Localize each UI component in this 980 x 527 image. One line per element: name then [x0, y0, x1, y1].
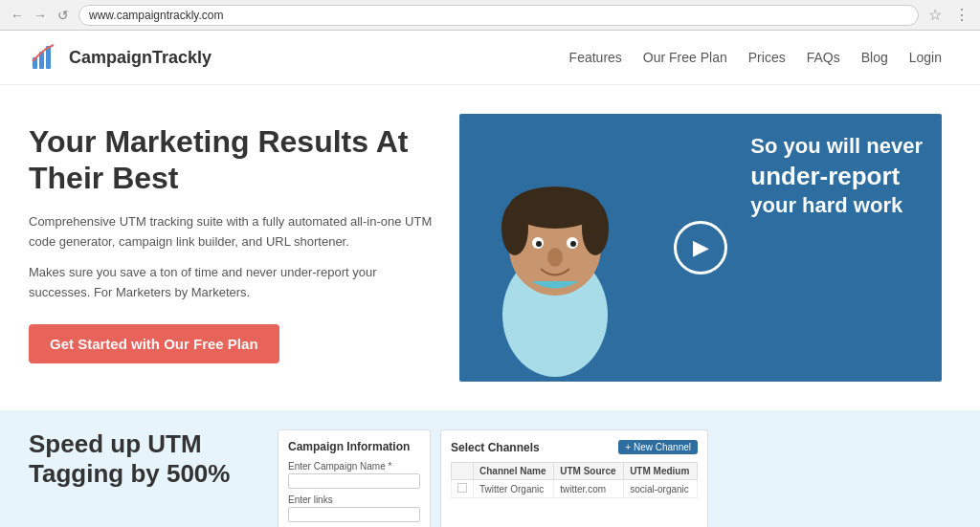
svg-point-7 [501, 202, 528, 255]
refresh-button[interactable]: ↺ [54, 6, 73, 25]
bottom-section: Speed up UTM Tagging by 500% Campaign In… [0, 410, 980, 527]
nav-item-faqs[interactable]: FAQs [807, 49, 840, 66]
hero-left: Your Marketing Results At Their Best Com… [29, 114, 440, 363]
nav-link-free-plan[interactable]: Our Free Plan [643, 50, 727, 65]
nav-link-login[interactable]: Login [909, 50, 942, 65]
channels-header: Select Channels + New Channel [451, 440, 698, 454]
campaign-mockup: Campaign Information Enter Campaign Name… [278, 429, 951, 527]
hero-video[interactable]: So you will never under-report your hard… [459, 114, 942, 382]
nav-link-faqs[interactable]: FAQs [807, 50, 840, 65]
logo[interactable]: CampaignTrackly [29, 40, 212, 75]
logo-icon [29, 40, 63, 75]
logo-text: CampaignTrackly [69, 48, 212, 68]
browser-menu-button[interactable]: ⋮ [951, 5, 972, 26]
play-button[interactable]: ▶ [674, 221, 727, 274]
table-row: Twitter Organic twitter.com social-organ… [452, 480, 698, 498]
svg-point-8 [582, 202, 609, 255]
campaign-form-title: Campaign Information [288, 440, 420, 453]
nav-item-prices[interactable]: Prices [748, 49, 786, 66]
campaign-links-label: Enter links [288, 494, 420, 505]
nav-link-prices[interactable]: Prices [748, 50, 786, 65]
character-illustration [479, 123, 632, 382]
new-channel-button[interactable]: + New Channel [618, 440, 698, 454]
channels-table: Channel Name UTM Source UTM Medium Twitt… [451, 462, 698, 498]
row-channel-name: Twitter Organic [474, 480, 554, 498]
site-header: CampaignTrackly Features Our Free Plan P… [0, 31, 980, 85]
nav-list: Features Our Free Plan Prices FAQs Blog … [569, 49, 942, 66]
video-overlay-text: So you will never under-report your hard… [750, 133, 923, 220]
nav-item-login[interactable]: Login [909, 49, 942, 66]
svg-point-11 [536, 241, 542, 247]
video-line3: your hard work [750, 192, 923, 220]
svg-point-13 [547, 248, 563, 267]
campaign-name-input[interactable] [288, 473, 420, 489]
col-utm-source: UTM Source [554, 463, 624, 480]
forward-button[interactable]: → [31, 6, 50, 25]
row-utm-source: twitter.com [554, 480, 624, 498]
bookmark-button[interactable]: ☆ [924, 5, 946, 26]
channels-table-header-row: Channel Name UTM Source UTM Medium [452, 463, 698, 480]
video-line2: under-report [750, 161, 923, 193]
browser-controls: ← → ↺ [8, 6, 73, 25]
hero-desc-1: Comprehensive UTM tracking suite with a … [29, 212, 440, 253]
checkbox[interactable] [457, 483, 467, 493]
nav-link-blog[interactable]: Blog [861, 50, 888, 65]
play-icon: ▶ [693, 235, 709, 260]
campaign-name-label: Enter Campaign Name * [288, 461, 420, 472]
col-channel-name: Channel Name [474, 463, 554, 480]
channels-panel: Select Channels + New Channel Channel Na… [440, 429, 708, 527]
hero-title: Your Marketing Results At Their Best [29, 123, 440, 197]
hero-desc-2: Makes sure you save a ton of time and ne… [29, 263, 440, 303]
nav-item-free-plan[interactable]: Our Free Plan [643, 49, 727, 66]
browser-chrome: ← → ↺ www.campaigntrackly.com ☆ ⋮ [0, 0, 980, 31]
hero-section: Your Marketing Results At Their Best Com… [0, 85, 980, 410]
bottom-left: Speed up UTM Tagging by 500% [29, 429, 258, 489]
nav-item-features[interactable]: Features [569, 49, 622, 66]
address-bar[interactable]: www.campaigntrackly.com [78, 5, 919, 26]
col-checkbox [452, 463, 474, 480]
svg-point-12 [570, 241, 576, 247]
campaign-links-input[interactable] [288, 507, 420, 522]
page: CampaignTrackly Features Our Free Plan P… [0, 31, 980, 527]
row-checkbox[interactable] [452, 480, 474, 498]
nav-link-features[interactable]: Features [569, 50, 622, 65]
channels-title: Select Channels [451, 441, 540, 454]
campaign-form: Campaign Information Enter Campaign Name… [278, 429, 431, 527]
main-nav: Features Our Free Plan Prices FAQs Blog … [569, 49, 942, 66]
col-utm-medium: UTM Medium [624, 463, 698, 480]
nav-item-blog[interactable]: Blog [861, 49, 888, 66]
video-line1: So you will never [750, 133, 923, 161]
row-utm-medium: social-organic [624, 480, 698, 498]
bottom-title: Speed up UTM Tagging by 500% [29, 429, 258, 489]
back-button[interactable]: ← [8, 6, 27, 25]
url-text: www.campaigntrackly.com [89, 9, 223, 22]
cta-button[interactable]: Get Started with Our Free Plan [29, 324, 279, 363]
